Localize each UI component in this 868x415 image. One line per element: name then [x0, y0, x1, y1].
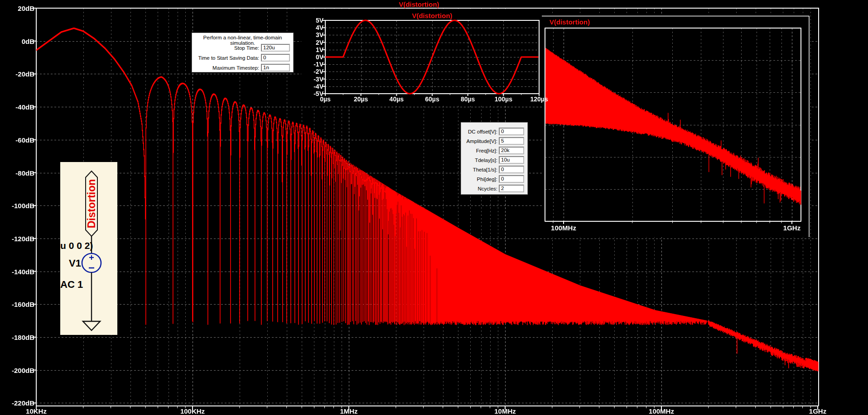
- clipped-spice-text[interactable]: u 0 0 2): [60, 240, 93, 251]
- inset-tick-label: 20µs: [354, 95, 368, 103]
- phi-label: Phi[deg]:: [461, 176, 497, 182]
- main-tick-label: -20dB: [15, 70, 34, 78]
- inset-tick-label: 40µs: [390, 95, 404, 103]
- inset-tick-label: -1V: [313, 61, 323, 68]
- main-tick-label: 10MHz: [494, 407, 516, 415]
- tdelay-label: Tdelay[s]:: [461, 157, 497, 163]
- main-trace-legend[interactable]: V(distortion): [399, 0, 439, 8]
- ncycles-field[interactable]: 2: [499, 185, 524, 192]
- transient-dialog: Perform a non-linear, time-domain simula…: [192, 33, 294, 72]
- sine-source-dialog: DC offset[V]: 0 Amplitude[V]: 5 Freq[Hz]…: [461, 122, 528, 195]
- inset-tick-label: -4V: [313, 83, 323, 90]
- main-tick-label: -60dB: [15, 136, 34, 144]
- ltspice-window: V(distortion) V(distortion) V(distortion…: [0, 0, 868, 415]
- inset-tick-label: 0µs: [320, 95, 331, 103]
- main-tick-label: -80dB: [15, 169, 34, 177]
- main-tick-label: -160dB: [12, 301, 34, 308]
- dc-offset-label: DC offset[V]:: [461, 129, 497, 134]
- inset-tick-label: -3V: [313, 76, 323, 83]
- main-tick-label: 1GHz: [783, 224, 800, 232]
- start-saving-field[interactable]: 0: [261, 54, 290, 62]
- component-designator[interactable]: V1: [69, 258, 81, 269]
- main-tick-label: 20dB: [18, 5, 34, 12]
- freq-inset-trace-legend[interactable]: V(distortion): [550, 18, 590, 26]
- net-label-distortion[interactable]: Distortion: [86, 173, 97, 234]
- freq-label: Freq[Hz]:: [461, 148, 497, 153]
- inset-tick-label: 3V: [316, 31, 323, 38]
- main-tick-label: -140dB: [12, 268, 34, 276]
- main-tick-label: 1MHz: [340, 407, 357, 415]
- main-tick-label: 1GHz: [809, 407, 826, 415]
- stop-time-field[interactable]: 120u: [261, 44, 290, 52]
- waveform-plot-canvas: [0, 0, 868, 415]
- main-tick-label: 100MHz: [551, 224, 576, 232]
- inset-tick-label: 5V: [316, 17, 323, 24]
- max-timestep-label: Maximum Timestep:: [192, 65, 259, 71]
- freq-field[interactable]: 20k: [499, 147, 524, 154]
- main-tick-label: -200dB: [12, 367, 34, 374]
- inset-tick-label: 4V: [316, 24, 323, 31]
- spice-directive[interactable]: AC 1: [60, 279, 83, 291]
- amplitude-field[interactable]: 5: [499, 137, 524, 145]
- theta-field[interactable]: 0: [499, 166, 524, 173]
- main-tick-label: -40dB: [15, 103, 34, 111]
- inset-tick-label: -2V: [313, 68, 323, 75]
- inset-tick-label: 1V: [316, 46, 323, 53]
- main-tick-label: 100MHz: [649, 407, 674, 415]
- stop-time-label: Stop Time:: [192, 45, 259, 51]
- main-tick-label: 100KHz: [180, 407, 205, 415]
- max-timestep-field[interactable]: 1n: [261, 64, 290, 72]
- inset-tick-label: 60µs: [425, 95, 439, 103]
- phi-field[interactable]: 0: [499, 175, 524, 183]
- theta-label: Theta[1/s]:: [461, 167, 497, 172]
- inset-tick-label: 120µs: [530, 95, 548, 103]
- time-inset-trace-legend[interactable]: V(distortion): [412, 12, 452, 19]
- main-tick-label: -180dB: [12, 334, 34, 341]
- inset-tick-label: 0V: [316, 53, 323, 61]
- inset-tick-label: 2V: [316, 39, 323, 46]
- ncycles-label: Ncycles:: [461, 186, 497, 191]
- main-tick-label: -120dB: [12, 235, 34, 243]
- inset-tick-label: 80µs: [461, 95, 475, 103]
- main-tick-label: 10KHz: [26, 407, 47, 415]
- ground-icon[interactable]: [83, 321, 100, 330]
- start-saving-label: Time to Start Saving Data:: [192, 55, 259, 61]
- inset-tick-label: 100µs: [495, 95, 512, 103]
- main-tick-label: -220dB: [12, 399, 34, 407]
- dc-offset-field[interactable]: 0: [499, 128, 524, 135]
- main-tick-label: -100dB: [12, 202, 34, 210]
- main-tick-label: 0dB: [22, 38, 34, 45]
- amplitude-label: Amplitude[V]:: [461, 138, 497, 144]
- tdelay-field[interactable]: 10u: [499, 156, 524, 164]
